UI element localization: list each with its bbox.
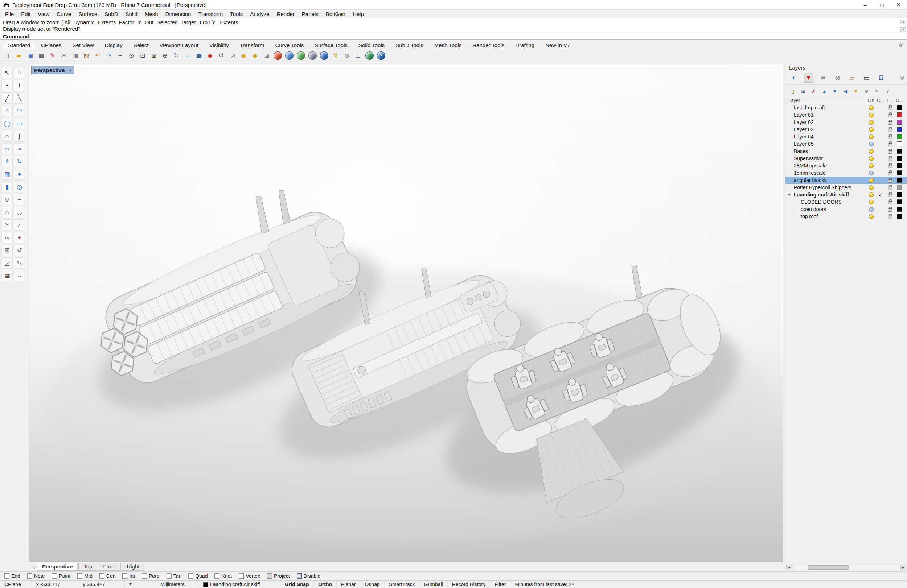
layer-color-swatch[interactable] bbox=[897, 141, 902, 147]
pan-icon[interactable]: + bbox=[115, 50, 125, 61]
layer-name[interactable]: Potter Hypercoil Shippers bbox=[794, 185, 866, 190]
viewport-title[interactable]: Perspective ▾ bbox=[31, 66, 74, 74]
smarttrack-toggle[interactable]: SmartTrack bbox=[385, 581, 420, 588]
layer-name[interactable]: Layer 01 bbox=[794, 112, 866, 118]
osnap-point-checkbox[interactable]: Point bbox=[52, 573, 71, 579]
rectangle-icon[interactable]: ▭ bbox=[14, 118, 25, 129]
x-coordinate[interactable]: x -533.717 bbox=[32, 581, 79, 588]
toolbar-tab[interactable]: Transform bbox=[235, 41, 269, 49]
curve-icon[interactable]: ≀ bbox=[14, 80, 25, 91]
layer-name[interactable]: Bases bbox=[794, 148, 866, 154]
layer-row[interactable]: ▾ Layer 02 ✓ bbox=[785, 118, 907, 126]
menu-item[interactable]: Mesh bbox=[141, 11, 162, 17]
checkbox-icon[interactable] bbox=[77, 574, 82, 578]
zoom-extents-icon[interactable]: ⊠ bbox=[149, 50, 159, 61]
grid-snap-toggle[interactable]: Grid Snap bbox=[280, 581, 314, 588]
toolbar-tab[interactable]: Curve Tools bbox=[270, 41, 309, 49]
print-icon[interactable]: ▤ bbox=[36, 50, 46, 61]
layer-lock-icon[interactable] bbox=[888, 194, 892, 197]
menu-item[interactable]: Render bbox=[273, 11, 298, 17]
layer-color-swatch[interactable] bbox=[897, 214, 902, 219]
layer-name[interactable]: Laanding craft Air skiff bbox=[794, 192, 866, 198]
filter-layers-icon[interactable]: ▼ bbox=[852, 87, 860, 95]
layer-color-swatch[interactable] bbox=[897, 177, 902, 183]
layer-visibility-bulb-icon[interactable] bbox=[869, 142, 873, 147]
gumball-toggle[interactable]: Gumball bbox=[420, 581, 448, 588]
ellipse-icon[interactable]: ◯ bbox=[2, 118, 13, 129]
help-icon[interactable]: ? bbox=[377, 51, 385, 60]
layer-name[interactable]: Superwarrior bbox=[794, 155, 866, 161]
layer-color-swatch[interactable] bbox=[897, 207, 902, 212]
move-layer-down-icon[interactable]: ▼ bbox=[831, 87, 839, 95]
scroll-down-icon[interactable]: ▼ bbox=[901, 27, 906, 32]
osnap-near-checkbox[interactable]: Near bbox=[27, 573, 45, 579]
revolve-icon[interactable]: ↻ bbox=[14, 156, 25, 167]
array-icon[interactable]: ▦ bbox=[2, 270, 13, 281]
scale-icon[interactable]: ◿ bbox=[228, 50, 238, 61]
layer-visibility-bulb-icon[interactable] bbox=[869, 163, 873, 168]
toolbar-tab[interactable]: Viewport Layout bbox=[154, 41, 203, 49]
checkbox-icon[interactable] bbox=[52, 574, 57, 578]
layer-name[interactable]: 15mm rescale bbox=[794, 170, 866, 176]
checkbox-icon[interactable] bbox=[239, 574, 244, 578]
command-prompt[interactable]: Command: bbox=[3, 33, 904, 40]
menu-item[interactable]: Help bbox=[349, 11, 367, 17]
pan-view-icon[interactable]: ↔ bbox=[183, 50, 193, 61]
osnap-quad-checkbox[interactable]: Quad bbox=[188, 573, 208, 579]
new-file-icon[interactable]: ▯ bbox=[3, 50, 13, 61]
checkbox-icon[interactable] bbox=[297, 574, 302, 578]
zoom-dynamic-icon[interactable]: ⊙ bbox=[126, 50, 136, 61]
collapse-all-icon[interactable]: ◀ bbox=[841, 87, 849, 95]
toolbar-tab[interactable]: SubD Tools bbox=[390, 41, 428, 49]
filter-toggle[interactable]: Filter bbox=[490, 581, 510, 588]
osnap-perp-checkbox[interactable]: Perp bbox=[142, 573, 160, 579]
osnap-mid-checkbox[interactable]: Mid bbox=[77, 573, 93, 579]
undo-icon[interactable]: ↶ bbox=[93, 50, 103, 61]
layer-grid-icon[interactable]: ▦ bbox=[194, 50, 204, 61]
osnap-vertex-checkbox[interactable]: Vertex bbox=[239, 573, 260, 579]
layer-lock-icon[interactable] bbox=[888, 179, 892, 183]
scrollbar-track[interactable] bbox=[792, 565, 900, 570]
layer-lock-icon[interactable] bbox=[888, 114, 892, 117]
cplane-icon[interactable]: ⊥ bbox=[353, 50, 363, 61]
point-icon[interactable]: • bbox=[2, 80, 13, 91]
fillet-icon[interactable]: ◡ bbox=[14, 207, 25, 218]
last-save-info[interactable]: Minutes from last save: 22 bbox=[510, 581, 578, 588]
new-sublayer-icon[interactable]: ⊞ bbox=[799, 87, 807, 95]
clipping-plane-icon[interactable]: ◪ bbox=[261, 50, 271, 61]
toolbar-options-icon[interactable]: ◎ bbox=[899, 42, 903, 47]
polyline-icon[interactable]: ╱ bbox=[2, 93, 13, 104]
cylinder-icon[interactable]: ▮ bbox=[2, 181, 13, 192]
checkbox-icon[interactable] bbox=[99, 574, 104, 578]
layer-row[interactable]: ▾ Superwarrior ✓ bbox=[785, 155, 907, 162]
current-layer-pane[interactable]: Laanding craft Air skiff bbox=[199, 581, 280, 588]
layer-visibility-bulb-icon[interactable] bbox=[869, 156, 873, 161]
planar-toggle[interactable]: Planar bbox=[337, 581, 360, 588]
scroll-up-icon[interactable]: ▲ bbox=[901, 19, 906, 24]
trim-icon[interactable]: ✂ bbox=[2, 219, 13, 230]
tools-tab-icon[interactable]: ⊗ bbox=[833, 73, 843, 83]
toolbar-tab[interactable]: CPlanes bbox=[36, 41, 67, 49]
menu-item[interactable]: Tools bbox=[226, 11, 246, 17]
osnap-toggle[interactable]: Osnap bbox=[360, 581, 384, 588]
layer-color-swatch[interactable] bbox=[897, 163, 902, 168]
layer-name[interactable]: Layer 05 bbox=[794, 141, 866, 147]
layer-visibility-bulb-icon[interactable] bbox=[869, 171, 873, 176]
layer-lock-icon[interactable] bbox=[888, 216, 892, 219]
osnap-knot-checkbox[interactable]: Knot bbox=[215, 573, 232, 579]
menu-item[interactable]: Surface bbox=[75, 11, 101, 17]
layer-color-swatch[interactable] bbox=[897, 149, 902, 154]
layer-name[interactable]: open doors bbox=[794, 206, 866, 212]
render-preview-icon[interactable] bbox=[285, 51, 293, 60]
toolbar-tab[interactable]: Solid Tools bbox=[353, 41, 389, 49]
join-icon[interactable]: ∞ bbox=[2, 232, 13, 243]
osnap-cen-checkbox[interactable]: Cen bbox=[99, 573, 116, 579]
layer-row[interactable]: ▾ 15mm rescale ✓ bbox=[785, 169, 907, 177]
layer-visibility-bulb-icon[interactable] bbox=[869, 127, 873, 132]
column-header-current[interactable]: C... bbox=[876, 97, 885, 103]
polygon-icon[interactable]: ⌂ bbox=[2, 131, 13, 142]
checkbox-icon[interactable] bbox=[142, 574, 147, 578]
layer-tools-icon[interactable]: ⊛ bbox=[862, 87, 870, 95]
box-icon[interactable]: ▦ bbox=[2, 169, 13, 180]
pipe-icon[interactable]: ◎ bbox=[14, 181, 25, 192]
